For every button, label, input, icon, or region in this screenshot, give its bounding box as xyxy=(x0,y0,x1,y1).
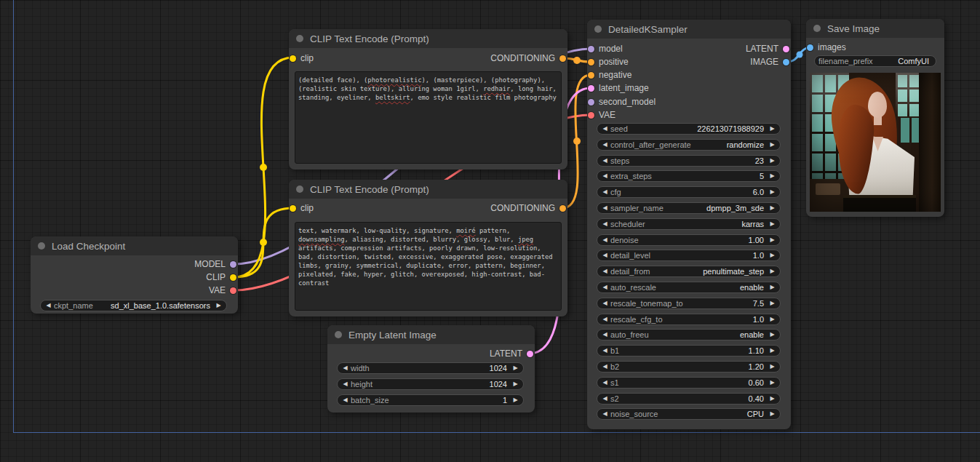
widget-b2[interactable]: ◀b21.20▶ xyxy=(597,361,781,373)
slot-dot-image[interactable] xyxy=(783,59,789,65)
node-save-image[interactable]: Save Image images filename_prefixComfyUI xyxy=(806,19,944,217)
output-slot-vae[interactable]: VAE xyxy=(209,284,236,297)
widget-auto_rescale[interactable]: ◀auto_rescaleenable▶ xyxy=(597,282,781,293)
slot-dot-image[interactable] xyxy=(807,44,813,51)
output-slot-conditioning[interactable]: CONDITIONING xyxy=(490,202,566,215)
collapse-dot-icon[interactable] xyxy=(813,25,821,32)
increment-arrow-icon[interactable]: ▶ xyxy=(768,282,777,292)
collapse-dot-icon[interactable] xyxy=(296,35,303,42)
node-title-bar[interactable]: DetailedKSampler xyxy=(587,20,791,39)
increment-arrow-icon[interactable]: ▶ xyxy=(768,203,777,213)
input-slot-latent-image[interactable]: latent_image xyxy=(588,81,649,95)
output-slot-latent[interactable]: LATENT xyxy=(490,347,533,360)
decrement-arrow-icon[interactable]: ◀ xyxy=(600,140,610,150)
slot-dot-conditioning[interactable] xyxy=(559,55,566,62)
input-slot-clip[interactable]: clip xyxy=(290,52,314,65)
node-clip-text-encode-negative[interactable]: CLIP Text Encode (Prompt) clip CONDITION… xyxy=(289,180,567,316)
decrement-arrow-icon[interactable]: ◀ xyxy=(600,171,610,181)
widget-auto_freeu[interactable]: ◀auto_freeuenable▶ xyxy=(597,329,781,340)
output-slot-clip[interactable]: CLIP xyxy=(206,271,236,284)
link-midpoint-dot[interactable] xyxy=(573,57,581,64)
prompt-textarea[interactable]: (detailed face), (photorealistic), (mast… xyxy=(295,71,562,164)
widget-extra_steps[interactable]: ◀extra_steps5▶ xyxy=(597,170,781,182)
input-slot-negative[interactable]: negative xyxy=(588,68,632,81)
widget-b1[interactable]: ◀b11.10▶ xyxy=(597,345,781,357)
node-empty-latent-image[interactable]: Empty Latent Image LATENT ◀width1024▶◀he… xyxy=(327,325,535,413)
decrement-arrow-icon[interactable]: ◀ xyxy=(600,330,610,340)
slot-dot-clip[interactable] xyxy=(230,274,236,281)
increment-arrow-icon[interactable]: ▶ xyxy=(768,346,777,356)
increment-arrow-icon[interactable]: ▶ xyxy=(511,363,520,373)
link-midpoint-dot[interactable] xyxy=(573,138,581,145)
decrement-arrow-icon[interactable]: ◀ xyxy=(340,395,350,405)
node-title-bar[interactable]: CLIP Text Encode (Prompt) xyxy=(289,29,567,48)
input-slot-vae[interactable]: VAE xyxy=(588,108,616,122)
increment-arrow-icon[interactable]: ▶ xyxy=(768,235,777,245)
node-title-bar[interactable]: Load Checkpoint xyxy=(31,236,238,255)
widget-seed[interactable]: ◀seed226213071988929▶ xyxy=(597,123,781,135)
decrement-arrow-icon[interactable]: ◀ xyxy=(600,282,610,292)
collapse-dot-icon[interactable] xyxy=(38,242,45,250)
increment-arrow-icon[interactable]: ▶ xyxy=(511,395,520,405)
slot-dot-latent[interactable] xyxy=(527,351,533,357)
increment-arrow-icon[interactable]: ▶ xyxy=(768,330,777,340)
slot-dot-model[interactable] xyxy=(230,261,236,268)
input-slot-images[interactable]: images xyxy=(807,41,846,54)
widget-height[interactable]: ◀height1024▶ xyxy=(337,378,524,390)
collapse-dot-icon[interactable] xyxy=(335,331,342,338)
collapse-dot-icon[interactable] xyxy=(296,186,303,193)
widget-cfg[interactable]: ◀cfg6.0▶ xyxy=(597,186,781,198)
output-slot-conditioning[interactable]: CONDITIONING xyxy=(490,52,566,65)
widget-denoise[interactable]: ◀denoise1.00▶ xyxy=(597,234,781,246)
increment-arrow-icon[interactable]: ▶ xyxy=(768,394,777,404)
decrement-arrow-icon[interactable]: ◀ xyxy=(600,346,610,356)
decrement-arrow-icon[interactable]: ◀ xyxy=(600,187,610,197)
increment-arrow-icon[interactable]: ▶ xyxy=(768,362,777,372)
widget-rescale_tonemap_to[interactable]: ◀rescale_tonemap_to7.5▶ xyxy=(597,298,781,309)
output-slot-image[interactable]: IMAGE xyxy=(750,55,789,68)
collapse-dot-icon[interactable] xyxy=(594,25,602,33)
prompt-textarea[interactable]: text, watermark, low-quality, signature,… xyxy=(295,222,562,311)
widget-width[interactable]: ◀width1024▶ xyxy=(337,362,524,374)
link-midpoint-dot[interactable] xyxy=(260,164,267,171)
widget-batch_size[interactable]: ◀batch_size1▶ xyxy=(337,394,524,406)
increment-arrow-icon[interactable]: ▶ xyxy=(768,124,777,134)
decrement-arrow-icon[interactable]: ◀ xyxy=(600,362,610,372)
link-midpoint-dot[interactable] xyxy=(260,239,267,246)
widget-control_after_generate[interactable]: ◀control_after_generaterandomize▶ xyxy=(597,139,781,151)
widget-sampler_name[interactable]: ◀sampler_namedpmpp_3m_sde▶ xyxy=(597,202,781,214)
input-slot-model[interactable]: model xyxy=(588,42,623,55)
widget-rescale_cfg_to[interactable]: ◀rescale_cfg_to1.0▶ xyxy=(597,314,781,325)
widget-s2[interactable]: ◀s20.40▶ xyxy=(597,393,781,405)
input-slot-clip[interactable]: clip xyxy=(290,202,314,215)
increment-arrow-icon[interactable]: ▶ xyxy=(768,250,777,260)
node-title-bar[interactable]: CLIP Text Encode (Prompt) xyxy=(289,180,567,199)
decrement-arrow-icon[interactable]: ◀ xyxy=(600,298,610,308)
increment-arrow-icon[interactable]: ▶ xyxy=(768,171,777,181)
output-slot-latent[interactable]: LATENT xyxy=(746,42,789,55)
decrement-arrow-icon[interactable]: ◀ xyxy=(600,378,610,388)
increment-arrow-icon[interactable]: ▶ xyxy=(768,156,777,166)
decrement-arrow-icon[interactable]: ◀ xyxy=(600,219,610,229)
decrement-arrow-icon[interactable]: ◀ xyxy=(600,156,610,166)
input-slot-second-model[interactable]: second_model xyxy=(588,95,656,108)
increment-arrow-icon[interactable]: ▶ xyxy=(768,140,777,150)
node-detailed-ksampler[interactable]: DetailedKSampler model positive negative… xyxy=(587,20,791,429)
widget-ckpt_name[interactable]: ◀ckpt_namesd_xl_base_1.0.safetensors▶ xyxy=(40,300,227,311)
slot-dot-model[interactable] xyxy=(588,99,594,105)
input-slot-positive[interactable]: positive xyxy=(588,55,629,68)
decrement-arrow-icon[interactable]: ◀ xyxy=(600,409,610,419)
widget-detail_level[interactable]: ◀detail_level1.0▶ xyxy=(597,250,781,261)
increment-arrow-icon[interactable]: ▶ xyxy=(768,409,777,419)
widget-detail_from[interactable]: ◀detail_frompenultimate_step▶ xyxy=(597,266,781,277)
widget-steps[interactable]: ◀steps23▶ xyxy=(597,155,781,167)
node-title-bar[interactable]: Save Image xyxy=(806,19,944,38)
decrement-arrow-icon[interactable]: ◀ xyxy=(600,250,610,260)
decrement-arrow-icon[interactable]: ◀ xyxy=(600,235,610,245)
increment-arrow-icon[interactable]: ▶ xyxy=(768,219,777,229)
increment-arrow-icon[interactable]: ▶ xyxy=(768,266,777,276)
decrement-arrow-icon[interactable]: ◀ xyxy=(44,300,53,311)
node-load-checkpoint[interactable]: Load Checkpoint MODEL CLIP VAE ◀ckpt_nam… xyxy=(31,236,238,314)
slot-dot-conditioning[interactable] xyxy=(588,72,594,79)
widget-filename_prefix[interactable]: filename_prefixComfyUI xyxy=(814,55,936,67)
